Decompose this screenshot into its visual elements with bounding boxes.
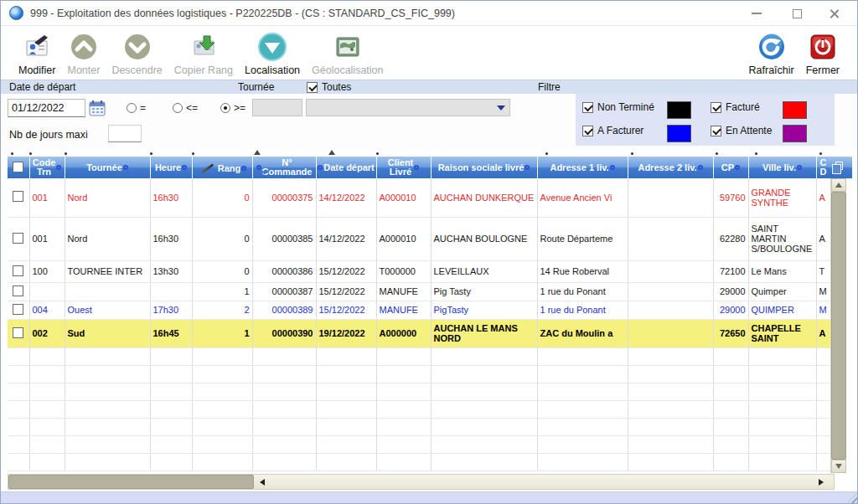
cell[interactable]: Nord [65, 178, 150, 217]
cell[interactable]: AUCHAN DUNKERQUE [431, 178, 537, 217]
cell[interactable]: 62280 [713, 217, 748, 260]
toutes-checkbox[interactable]: Toutes [307, 81, 351, 93]
cell[interactable]: 001 [29, 217, 65, 260]
rafraichir-button[interactable]: Rafraîchir [743, 28, 800, 78]
cell[interactable]: AUCHAN LE MANS NORD [431, 319, 537, 347]
radio-icon[interactable] [173, 103, 183, 113]
cell[interactable]: GRANDE SYNTHE [748, 178, 816, 217]
vertical-scrollbar-thumb[interactable] [831, 192, 846, 460]
cell[interactable]: 2 [192, 301, 252, 319]
cell[interactable]: Le Mans [748, 260, 816, 282]
cell[interactable]: 00000375 [252, 178, 316, 217]
operator-le-radio[interactable]: <= [173, 102, 198, 114]
table-row[interactable]: 100 TOURNEE INTER 13h30 0 00000386 15/12… [8, 260, 830, 282]
checkbox-icon[interactable] [13, 285, 23, 296]
checkbox-icon[interactable] [307, 82, 318, 93]
col-adresse1[interactable]: Adresse 1 liv. [537, 157, 628, 178]
cell[interactable]: Ouest [65, 301, 150, 319]
vertical-scrollbar[interactable] [830, 178, 845, 473]
cell[interactable]: A [816, 217, 830, 260]
cell[interactable]: MANUFE [376, 282, 431, 301]
checkbox-icon[interactable] [13, 265, 23, 276]
non-termine-checkbox[interactable]: Non Terminé [582, 101, 654, 113]
en-attente-checkbox[interactable]: En Attente [711, 125, 772, 136]
checkbox-icon[interactable] [13, 327, 23, 338]
row-checkbox[interactable] [8, 178, 29, 217]
minimize-button[interactable] [740, 1, 773, 26]
descendre-button[interactable]: Descendre [106, 28, 168, 78]
cell[interactable]: ZAC du Moulin a [537, 319, 628, 347]
cell[interactable]: 001 [29, 178, 65, 217]
cell[interactable] [65, 282, 150, 301]
cell[interactable]: 00000390 [252, 319, 316, 347]
cell[interactable]: T [816, 260, 830, 282]
cell[interactable]: Nord [65, 217, 150, 260]
cell[interactable]: 16h30 [150, 178, 192, 217]
col-code-trn[interactable]: CodeTrn [29, 157, 65, 178]
cell[interactable]: 16h45 [150, 319, 192, 347]
cell[interactable]: 1 [192, 319, 252, 347]
search-icon[interactable] [256, 165, 261, 170]
scroll-up-button[interactable] [831, 178, 846, 192]
cell[interactable]: 1 [192, 282, 252, 301]
facture-checkbox[interactable]: Facturé [711, 101, 760, 113]
cell[interactable]: T000000 [376, 260, 431, 282]
operator-ge-radio[interactable]: >= [220, 102, 246, 114]
cell[interactable]: 0 [192, 217, 252, 260]
cell[interactable]: 00000387 [252, 282, 316, 301]
cell[interactable]: 100 [29, 260, 65, 282]
close-button[interactable] [817, 1, 850, 26]
cell[interactable]: TOURNEE INTER [65, 260, 150, 282]
search-icon[interactable] [241, 166, 246, 171]
cell[interactable] [628, 319, 713, 347]
cell[interactable]: Quimper [748, 282, 816, 301]
checkbox-icon[interactable] [13, 233, 23, 244]
cell[interactable] [29, 282, 65, 301]
cell[interactable]: 00000386 [252, 260, 316, 282]
nb-jours-input[interactable] [108, 125, 142, 142]
fermer-button[interactable]: Fermer [800, 28, 845, 78]
horizontal-scrollbar[interactable] [8, 474, 835, 490]
row-checkbox[interactable] [8, 301, 29, 319]
cell[interactable]: 29000 [713, 282, 748, 301]
monter-button[interactable]: Monter [61, 28, 106, 78]
cell[interactable]: 002 [29, 319, 65, 347]
search-icon[interactable] [610, 165, 615, 170]
checkbox-icon[interactable] [13, 162, 23, 172]
search-icon[interactable] [414, 165, 419, 170]
cell[interactable]: 0 [192, 260, 252, 282]
col-ville[interactable]: Ville liv. [748, 157, 816, 178]
checkbox-icon[interactable] [711, 126, 721, 136]
row-checkbox[interactable] [8, 217, 29, 260]
cell[interactable]: 15/12/2022 [316, 260, 376, 282]
search-icon[interactable] [56, 165, 61, 170]
horizontal-scrollbar-thumb[interactable] [8, 475, 254, 489]
cell[interactable]: A [816, 319, 830, 347]
geolocalisation-button[interactable]: Géolocalisation [306, 28, 389, 78]
search-icon[interactable] [182, 165, 187, 170]
col-heure[interactable]: Heure [150, 157, 192, 178]
cell[interactable]: 1 rue du Ponant [537, 282, 628, 301]
row-checkbox[interactable] [8, 260, 29, 282]
col-truncated[interactable]: CD [816, 157, 830, 178]
cell[interactable]: 1 rue du Ponant [537, 301, 628, 319]
cell[interactable]: QUIMPER [748, 301, 816, 319]
col-tournee[interactable]: Tournée [65, 157, 150, 178]
cell[interactable]: Pig Tasty [431, 282, 537, 301]
table-row-selected[interactable]: 002 Sud 16h45 1 00000390 19/12/2022 A000… [8, 319, 830, 347]
select-all-checkbox[interactable] [8, 157, 29, 178]
radio-icon[interactable] [220, 103, 230, 113]
cell[interactable]: 13h30 [150, 260, 192, 282]
cell[interactable]: PigTasty [431, 301, 537, 319]
cell[interactable]: M [816, 282, 830, 301]
cell[interactable]: 29000 [713, 301, 748, 319]
scroll-down-button[interactable] [831, 460, 846, 473]
table-row[interactable]: 004 Ouest 17h30 2 00000389 15/12/2022 MA… [8, 301, 830, 319]
cell[interactable] [628, 178, 713, 217]
cell[interactable]: 00000385 [252, 217, 316, 260]
cell[interactable]: 14/12/2022 [316, 178, 376, 217]
cell[interactable]: 004 [29, 301, 65, 319]
cell[interactable]: A000010 [376, 217, 431, 260]
operator-eq-radio[interactable]: = [127, 102, 146, 114]
scroll-right-icon[interactable] [819, 479, 824, 486]
